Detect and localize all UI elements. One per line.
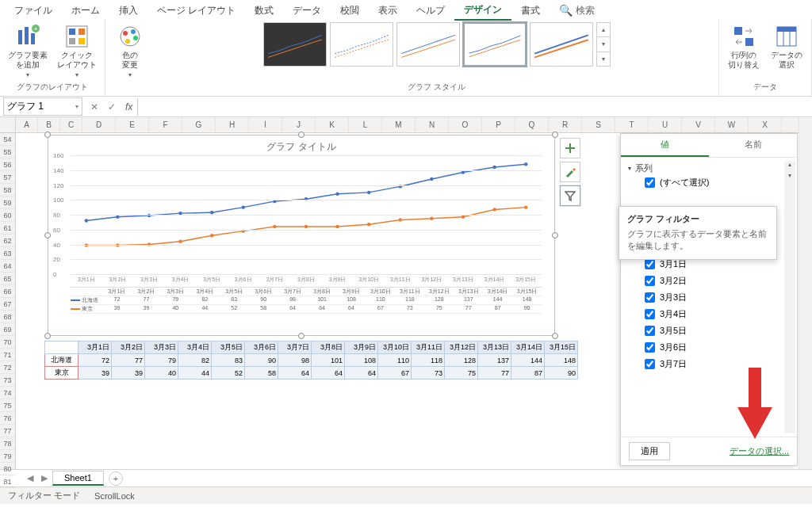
- column-header[interactable]: U: [649, 117, 682, 132]
- row-header[interactable]: 57: [0, 171, 15, 184]
- column-header[interactable]: A: [16, 117, 38, 132]
- row-header[interactable]: 80: [0, 463, 15, 475]
- sheet-nav-next[interactable]: ▶: [38, 473, 51, 483]
- checkbox[interactable]: [645, 359, 655, 369]
- row-header[interactable]: 75: [0, 399, 15, 412]
- filter-item[interactable]: 3月2日: [627, 273, 791, 289]
- tab-formulas[interactable]: 数式: [245, 2, 283, 20]
- column-header[interactable]: O: [449, 117, 482, 132]
- search-box[interactable]: 🔍 検索: [559, 4, 595, 17]
- row-header[interactable]: 64: [0, 260, 15, 273]
- column-header[interactable]: X: [749, 117, 782, 132]
- filter-item-select-all-series[interactable]: (すべて選択): [627, 174, 791, 191]
- column-header[interactable]: Q: [515, 117, 549, 132]
- filter-item[interactable]: 3月4日: [627, 306, 791, 322]
- row-header[interactable]: 72: [0, 361, 15, 374]
- tab-format[interactable]: 書式: [511, 2, 550, 20]
- column-header[interactable]: H: [216, 117, 249, 132]
- column-header[interactable]: M: [382, 117, 416, 132]
- chart-filter-button[interactable]: [560, 185, 580, 206]
- select-data-button[interactable]: データの 選択: [767, 22, 806, 71]
- resize-handle[interactable]: [298, 132, 304, 138]
- formula-enter-button[interactable]: ✓: [103, 101, 121, 113]
- resize-handle[interactable]: [552, 232, 558, 238]
- column-header[interactable]: K: [316, 117, 349, 132]
- checkbox[interactable]: [645, 326, 655, 336]
- scroll-down[interactable]: ▾: [784, 172, 795, 183]
- chart-styles-button[interactable]: [560, 162, 580, 182]
- filter-scrollbar[interactable]: ▴▾: [784, 161, 795, 433]
- switch-row-column-button[interactable]: 行/列の 切り替え: [724, 22, 764, 71]
- row-header[interactable]: 73: [0, 374, 15, 387]
- row-header[interactable]: 76: [0, 412, 15, 425]
- row-header[interactable]: 69: [0, 323, 15, 336]
- tab-page-layout[interactable]: ページ レイアウト: [147, 2, 245, 20]
- tab-design[interactable]: デザイン: [454, 1, 511, 21]
- resize-handle[interactable]: [552, 132, 558, 138]
- column-header[interactable]: I: [249, 117, 282, 132]
- sheet-nav-prev[interactable]: ◀: [24, 473, 36, 483]
- filter-item[interactable]: 3月5日: [627, 322, 791, 339]
- column-header[interactable]: T: [615, 117, 649, 132]
- row-header[interactable]: 58: [0, 184, 15, 196]
- checkbox[interactable]: [645, 259, 655, 269]
- fx-icon[interactable]: fx: [121, 101, 137, 113]
- row-header[interactable]: 67: [0, 298, 15, 311]
- row-header[interactable]: 70: [0, 336, 15, 349]
- row-header[interactable]: 55: [0, 146, 15, 158]
- column-header[interactable]: D: [82, 117, 116, 132]
- row-header[interactable]: 59: [0, 196, 15, 209]
- gallery-scroll-more[interactable]: ▾: [597, 52, 610, 66]
- row-header[interactable]: 78: [0, 437, 15, 450]
- column-header[interactable]: B: [38, 117, 60, 132]
- filter-item[interactable]: 3月6日: [627, 339, 791, 356]
- add-chart-element-button[interactable]: + グラフ要素 を追加 ▾: [5, 22, 51, 80]
- chart-title[interactable]: グラフ タイトル: [48, 135, 554, 155]
- row-header[interactable]: 56: [0, 158, 15, 171]
- formula-cancel-button[interactable]: ✕: [86, 101, 103, 113]
- chart-style-thumb[interactable]: [530, 22, 593, 67]
- tab-file[interactable]: ファイル: [5, 2, 62, 20]
- checkbox[interactable]: [645, 292, 655, 303]
- column-header[interactable]: J: [282, 117, 316, 132]
- tab-data[interactable]: データ: [283, 2, 331, 20]
- quick-layout-button[interactable]: クイック レイアウト ▾: [54, 22, 100, 80]
- row-header[interactable]: 62: [0, 235, 15, 247]
- chart-style-thumb[interactable]: [396, 22, 460, 67]
- chart-style-thumb[interactable]: [263, 22, 327, 67]
- resize-handle[interactable]: [44, 132, 51, 138]
- tab-home[interactable]: ホーム: [62, 2, 109, 20]
- gallery-scroll-up[interactable]: ▴: [597, 23, 610, 37]
- resize-handle[interactable]: [44, 232, 51, 238]
- data-range-cells[interactable]: 3月1日3月2日3月3日3月4日3月5日3月6日3月7日3月8日3月9日3月10…: [44, 341, 578, 380]
- filter-apply-button[interactable]: 適用: [629, 442, 670, 460]
- row-header[interactable]: 63: [0, 247, 15, 260]
- checkbox[interactable]: [645, 177, 655, 188]
- filter-select-data-link[interactable]: データの選択...: [730, 445, 789, 457]
- tab-insert[interactable]: 挿入: [109, 2, 147, 20]
- vertical-scrollbar[interactable]: [799, 117, 812, 469]
- row-header[interactable]: 79: [0, 450, 15, 463]
- row-header[interactable]: 54: [0, 133, 15, 146]
- row-header[interactable]: 77: [0, 425, 15, 437]
- chart-style-thumb-selected[interactable]: [463, 22, 527, 67]
- tab-help[interactable]: ヘルプ: [407, 2, 454, 20]
- name-box[interactable]: グラフ 1 ▾: [3, 97, 82, 116]
- chart-elements-button[interactable]: [560, 138, 580, 158]
- change-colors-button[interactable]: 色の 変更 ▾: [110, 22, 150, 80]
- column-header[interactable]: V: [682, 117, 715, 132]
- row-header[interactable]: 68: [0, 311, 15, 323]
- row-header[interactable]: 66: [0, 285, 15, 298]
- tab-review[interactable]: 校閲: [331, 2, 369, 20]
- row-header[interactable]: 60: [0, 209, 15, 222]
- scroll-up[interactable]: ▴: [784, 161, 795, 172]
- column-header[interactable]: R: [549, 117, 582, 132]
- chart-object[interactable]: グラフ タイトル 020406080100120140160 3月1日3月2日3…: [48, 135, 555, 336]
- add-sheet-button[interactable]: +: [109, 471, 123, 486]
- filter-tab-names[interactable]: 名前: [709, 134, 797, 157]
- checkbox[interactable]: [645, 309, 655, 319]
- column-header[interactable]: G: [182, 117, 216, 132]
- sheet-tab[interactable]: Sheet1: [52, 471, 104, 486]
- filter-item[interactable]: 3月3日: [627, 289, 791, 306]
- chart-plot-area[interactable]: 020406080100120140160: [71, 155, 542, 274]
